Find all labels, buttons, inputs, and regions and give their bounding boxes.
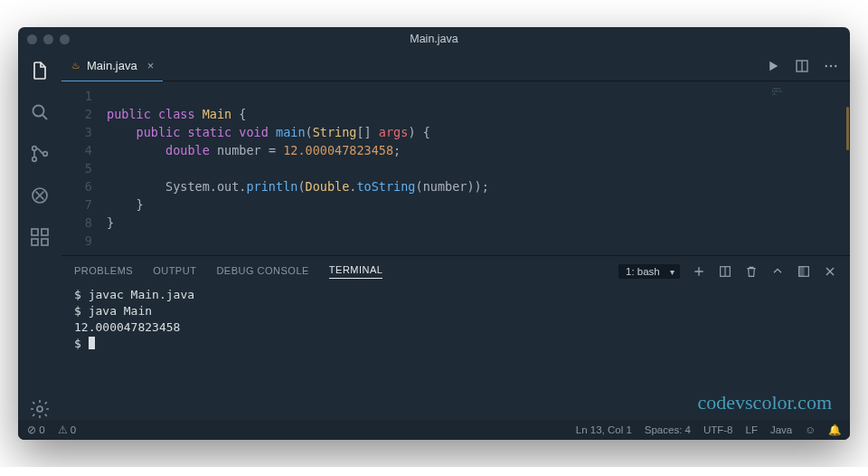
tab-label: Main.java [87,59,137,72]
svg-point-1 [33,147,37,151]
code-editor[interactable]: 123456789 public class Main { public sta… [61,81,850,255]
close-panel-icon[interactable] [823,264,837,279]
editor-actions [765,58,850,74]
debug-icon[interactable] [29,185,51,206]
source-control-icon[interactable] [29,143,51,165]
minimap[interactable]: ▂▃▅▂▅▂▅▂▅▃▂▅▂▂▅▂ [772,87,844,123]
minimize-window-dot[interactable] [43,34,53,44]
activity-bar [18,51,61,420]
svg-point-2 [33,157,37,162]
svg-rect-7 [32,239,38,245]
svg-rect-16 [799,267,804,277]
search-icon[interactable] [29,101,51,123]
panel-tab-debug-console[interactable]: DEBUG CONSOLE [216,265,308,279]
svg-rect-5 [32,229,38,235]
extensions-icon[interactable] [29,226,51,248]
svg-point-0 [33,106,44,117]
terminal-shell-select[interactable]: 1: bash [618,264,680,279]
split-editor-icon[interactable] [794,58,810,74]
toggle-panel-icon[interactable] [797,264,811,279]
maximize-panel-icon[interactable] [770,264,785,279]
line-number-gutter: 123456789 [61,81,103,255]
status-warnings[interactable]: ⚠ 0 [58,424,77,436]
svg-point-12 [830,64,832,66]
tab-bar: ♨ Main.java × [61,51,850,81]
code-content[interactable]: public class Main { public static void m… [103,81,489,255]
svg-point-13 [835,64,836,66]
svg-rect-8 [42,239,48,245]
split-terminal-icon[interactable] [718,264,732,279]
overview-ruler [846,107,849,150]
settings-gear-icon[interactable] [29,398,51,420]
more-actions-icon[interactable] [823,58,839,74]
status-cursor-position[interactable]: Ln 13, Col 1 [576,424,632,435]
terminal-output[interactable]: $ javac Main.java$ java Main12.000047823… [61,287,850,420]
explorer-icon[interactable] [29,60,51,81]
close-tab-icon[interactable]: × [147,59,155,72]
panel-tab-problems[interactable]: PROBLEMS [74,265,133,279]
zoom-window-dot[interactable] [60,34,70,44]
traffic-lights [27,34,70,44]
status-bar: ⊘ 0 ⚠ 0 Ln 13, Col 1 Spaces: 4 UTF-8 LF … [18,420,850,440]
close-window-dot[interactable] [27,34,37,44]
status-indentation[interactable]: Spaces: 4 [645,424,691,435]
panel-tab-output[interactable]: OUTPUT [153,265,196,279]
bottom-panel: PROBLEMS OUTPUT DEBUG CONSOLE TERMINAL 1… [61,255,850,420]
svg-rect-6 [42,229,48,235]
status-feedback-icon[interactable]: ☺ [805,424,816,435]
kill-terminal-icon[interactable] [744,264,759,279]
status-language[interactable]: Java [770,424,792,435]
svg-point-3 [43,152,48,157]
titlebar: Main.java [18,27,850,51]
tab-main-java[interactable]: ♨ Main.java × [61,51,163,81]
svg-point-9 [37,406,42,412]
status-encoding[interactable]: UTF-8 [703,424,733,435]
java-file-icon: ♨ [71,60,80,71]
status-notifications-icon[interactable]: 🔔 [828,424,841,436]
run-icon[interactable] [765,58,781,74]
panel-tab-bar: PROBLEMS OUTPUT DEBUG CONSOLE TERMINAL 1… [61,256,850,287]
window-title: Main.java [410,33,458,45]
panel-tab-terminal[interactable]: TERMINAL [329,264,383,279]
editor-window: Main.java ♨ Main.java × [18,27,850,440]
svg-point-11 [826,64,827,66]
new-terminal-icon[interactable] [692,264,706,279]
status-errors[interactable]: ⊘ 0 [27,424,45,436]
status-eol[interactable]: LF [746,424,758,435]
